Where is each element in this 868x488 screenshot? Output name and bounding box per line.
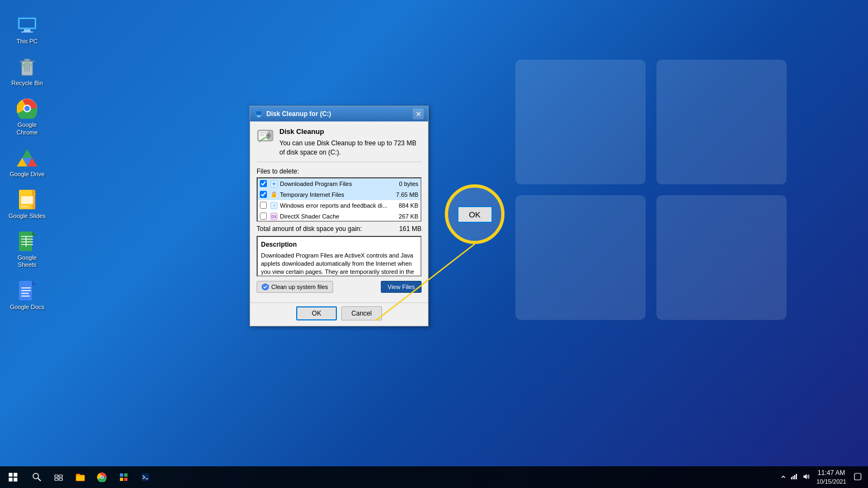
svg-point-47 — [273, 195, 275, 196]
file-item-temp-internet[interactable]: Temporary Internet Files 7.65 MB — [258, 189, 420, 200]
zoom-connector-line — [0, 0, 868, 488]
chevron-up-icon — [781, 474, 786, 479]
taskbar-chrome-button[interactable] — [91, 466, 113, 488]
svg-rect-60 — [55, 475, 58, 477]
cleanup-buttons-row: Clean up system files View Files — [257, 281, 422, 293]
speaker-icon-button[interactable] — [801, 472, 811, 483]
dialog-titlebar[interactable]: Disk Cleanup for (C:) ✕ — [250, 106, 428, 121]
svg-text:DX: DX — [271, 215, 277, 219]
file-icon-downloaded — [270, 180, 278, 188]
google-sheets-icon — [16, 230, 38, 252]
svg-rect-29 — [25, 236, 27, 247]
file-checkbox-downloaded[interactable] — [260, 180, 267, 187]
desktop-icon-this-pc[interactable]: This PC — [5, 11, 49, 48]
file-size-downloaded: 0 bytes — [388, 181, 418, 187]
svg-rect-56 — [9, 478, 12, 481]
desktop-icon-google-docs[interactable]: Google Docs — [5, 277, 49, 314]
svg-line-59 — [38, 478, 41, 481]
file-item-win-errors[interactable]: ! Windows error reports and feedback di.… — [258, 200, 420, 211]
dialog-titlebar-icon — [254, 110, 263, 118]
chrome-taskbar-icon — [97, 472, 107, 482]
ok-button[interactable]: OK — [296, 306, 337, 320]
svg-rect-21 — [21, 196, 33, 204]
zoom-ok-button[interactable]: OK — [457, 206, 493, 223]
taskbar-clock[interactable]: 11:47 AM 10/15/2021 — [813, 468, 850, 486]
svg-rect-5 — [20, 19, 35, 28]
clock-time: 11:47 AM — [816, 469, 846, 478]
file-checkbox-temp-internet[interactable] — [260, 191, 267, 198]
network-icon-button[interactable] — [789, 472, 799, 483]
view-files-button[interactable]: View Files — [381, 281, 422, 293]
show-hidden-icons-button[interactable] — [780, 472, 787, 482]
svg-text:!: ! — [273, 203, 275, 208]
svg-rect-25 — [21, 236, 33, 237]
dialog-body: Disk Cleanup You can use Disk Cleanup to… — [250, 121, 428, 303]
desktop-icon-google-slides[interactable]: Google Slides — [5, 185, 49, 223]
cancel-button[interactable]: Cancel — [341, 306, 382, 320]
file-size-directx: 267 KB — [388, 213, 418, 220]
svg-rect-37 — [256, 111, 261, 115]
dialog-header-section: Disk Cleanup You can use Disk Cleanup to… — [257, 127, 422, 162]
total-space-label: Total amount of disk space you gain: — [257, 225, 362, 233]
notification-button[interactable] — [852, 472, 864, 483]
taskbar-search-button[interactable] — [26, 466, 48, 488]
svg-rect-3 — [656, 195, 787, 320]
disk-cleanup-title: Disk Cleanup — [279, 127, 422, 137]
start-button[interactable] — [0, 466, 26, 488]
description-title: Description — [261, 240, 417, 249]
recycle-bin-label: Recycle Bin — [11, 80, 43, 87]
taskbar-terminal-button[interactable] — [135, 466, 156, 488]
google-sheets-label: Google Sheets — [8, 254, 47, 268]
this-pc-icon — [16, 14, 38, 36]
files-to-delete-label: Files to delete: — [257, 168, 422, 175]
svg-rect-33 — [21, 290, 31, 291]
network-icon — [790, 473, 798, 480]
description-content: Downloaded Program Files are ActiveX con… — [261, 252, 414, 277]
disk-icon — [257, 127, 274, 144]
file-name-temp-internet: Temporary Internet Files — [280, 191, 388, 198]
svg-rect-32 — [21, 287, 31, 288]
file-list[interactable]: Downloaded Program Files 0 bytes Tempora… — [257, 177, 422, 222]
svg-rect-1 — [656, 60, 787, 184]
dialog-footer: OK Cancel — [250, 303, 428, 326]
file-name-downloaded: Downloaded Program Files — [280, 181, 388, 187]
svg-point-42 — [268, 135, 270, 137]
file-name-win-errors: Windows error reports and feedback di... — [280, 202, 388, 209]
system-tray-icons — [780, 472, 811, 483]
svg-rect-35 — [21, 296, 30, 297]
svg-rect-77 — [794, 475, 795, 479]
file-checkbox-win-errors[interactable] — [260, 202, 267, 209]
svg-rect-69 — [120, 473, 123, 477]
file-item-directx[interactable]: DX DirectX Shader Cache 267 KB — [258, 211, 420, 222]
svg-rect-61 — [59, 475, 62, 477]
google-docs-label: Google Docs — [10, 304, 44, 311]
zoom-circle-highlight: OK — [445, 184, 505, 244]
disk-cleanup-description: You can use Disk Cleanup to free up to 7… — [279, 139, 416, 156]
taskbar-taskview-button[interactable] — [48, 466, 69, 488]
svg-rect-71 — [120, 478, 123, 481]
svg-rect-34 — [21, 293, 29, 294]
svg-rect-75 — [791, 477, 792, 479]
taskbar-store-button[interactable] — [113, 466, 135, 488]
svg-rect-2 — [515, 195, 646, 320]
file-icon-temp-internet — [270, 191, 278, 198]
file-checkbox-directx[interactable] — [260, 213, 267, 220]
svg-rect-55 — [14, 473, 17, 477]
svg-rect-27 — [21, 241, 33, 242]
view-files-label: View Files — [388, 284, 415, 290]
dialog-close-button[interactable]: ✕ — [413, 108, 424, 119]
desktop-icons: This PC Recycle Bin — [0, 5, 54, 324]
total-space-row: Total amount of disk space you gain: 161… — [257, 225, 422, 233]
desktop-icon-google-chrome[interactable]: Google Chrome — [5, 94, 49, 139]
dialog-title: Disk Cleanup for (C:) — [266, 110, 413, 118]
taskbar-right: 11:47 AM 10/15/2021 — [780, 466, 868, 488]
file-item-downloaded[interactable]: Downloaded Program Files 0 bytes — [258, 178, 420, 189]
desktop-icon-google-drive[interactable]: Google Drive — [5, 144, 49, 181]
taskbar-explorer-button[interactable] — [69, 466, 91, 488]
desktop-icon-google-sheets[interactable]: Google Sheets — [5, 227, 49, 272]
taskview-icon — [54, 473, 63, 481]
desktop-icon-recycle-bin[interactable]: Recycle Bin — [5, 53, 49, 90]
cleanup-system-files-button[interactable]: Clean up system files — [257, 281, 333, 293]
google-slides-icon — [16, 189, 38, 210]
svg-rect-57 — [14, 478, 17, 481]
